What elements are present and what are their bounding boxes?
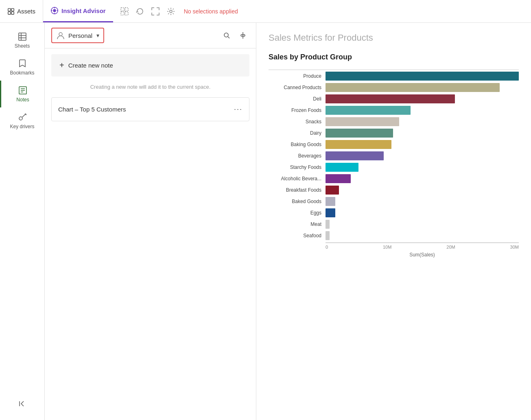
bar-fill-13 — [326, 220, 330, 229]
bar-fill-6 — [326, 140, 391, 149]
svg-rect-3 — [11, 11, 14, 14]
bar-label-9: Alcoholic Bevera... — [269, 176, 326, 182]
bar-row-4: Snacks — [269, 117, 519, 126]
bar-label-14: Seafood — [269, 233, 326, 238]
bar-track-6 — [326, 140, 519, 149]
expand-icon[interactable] — [150, 6, 161, 17]
sidebar: Sheets Bookmarks Notes Key — [0, 23, 45, 420]
bar-label-2: Deli — [269, 96, 326, 102]
pin-button[interactable] — [236, 29, 249, 42]
bar-track-13 — [326, 220, 519, 229]
bookmark-icon — [17, 59, 27, 68]
settings-icon[interactable] — [165, 6, 177, 17]
bar-label-3: Frozen Foods — [269, 107, 326, 113]
chart-subtitle: Sales by Product Group — [269, 53, 519, 61]
bar-track-2 — [326, 94, 519, 103]
bar-label-4: Snacks — [269, 119, 326, 125]
bar-label-5: Dairy — [269, 130, 326, 136]
x-axis-label: Sum(Sales) — [269, 252, 519, 258]
insight-icon — [50, 7, 59, 15]
assets-icon — [7, 8, 15, 15]
topbar-tools — [113, 6, 182, 17]
x-axis-ticks: 010M20M30M — [269, 245, 519, 249]
chart-main-title: Sales Metrics for Products — [269, 33, 519, 43]
search-button[interactable] — [220, 29, 233, 42]
bar-track-14 — [326, 231, 519, 240]
bar-row-5: Dairy — [269, 129, 519, 138]
chevron-down-icon: ▾ — [96, 32, 99, 39]
bar-fill-10 — [326, 186, 339, 195]
refresh-icon[interactable] — [134, 6, 146, 17]
sidebar-item-notes[interactable]: Notes — [0, 81, 44, 107]
bar-label-6: Baking Goods — [269, 142, 326, 147]
bar-track-11 — [326, 197, 519, 206]
svg-line-30 — [228, 37, 229, 38]
bar-track-4 — [326, 117, 519, 126]
insight-advisor-label: Insight Advisor — [61, 7, 106, 14]
note-card-menu-0[interactable]: ··· — [234, 105, 243, 114]
key-drivers-label: Key drivers — [10, 124, 34, 129]
personal-label: Personal — [68, 32, 92, 39]
bar-row-12: Eggs — [269, 208, 519, 217]
bar-fill-1 — [326, 83, 500, 92]
bar-fill-3 — [326, 106, 411, 115]
bar-row-2: Deli — [269, 94, 519, 103]
note-card-title-0: Chart – Top 5 Customers — [58, 106, 126, 113]
sidebar-item-sheets[interactable]: Sheets — [0, 27, 44, 54]
bar-label-0: Produce — [269, 73, 326, 79]
svg-rect-12 — [121, 12, 124, 15]
bar-fill-14 — [326, 231, 330, 240]
x-tick-1: 10M — [383, 245, 391, 249]
avatar-icon — [56, 31, 65, 40]
bar-track-12 — [326, 208, 519, 217]
notes-icon — [18, 85, 28, 95]
svg-rect-13 — [125, 12, 128, 15]
bar-fill-11 — [326, 197, 335, 206]
bar-row-11: Baked Goods — [269, 197, 519, 206]
svg-rect-15 — [19, 33, 26, 40]
svg-rect-2 — [8, 11, 11, 14]
panel-header: Personal ▾ — [45, 23, 256, 48]
bar-fill-9 — [326, 174, 351, 183]
bar-label-11: Baked Goods — [269, 199, 326, 204]
bar-label-1: Canned Products — [269, 85, 326, 90]
bar-track-10 — [326, 186, 519, 195]
bar-row-10: Breakfast Foods — [269, 186, 519, 195]
bar-track-8 — [326, 163, 519, 172]
bar-fill-2 — [326, 94, 455, 103]
svg-rect-0 — [8, 8, 11, 11]
assets-button[interactable]: Assets — [0, 0, 43, 22]
sheets-label: Sheets — [15, 43, 30, 49]
insight-advisor-tab[interactable]: Insight Advisor — [43, 0, 113, 22]
svg-point-23 — [19, 117, 22, 120]
bar-track-9 — [326, 174, 519, 183]
sidebar-item-bookmarks[interactable]: Bookmarks — [0, 54, 44, 81]
notes-label: Notes — [16, 97, 29, 103]
note-card-0[interactable]: Chart – Top 5 Customers ··· — [51, 97, 249, 121]
bar-label-13: Meat — [269, 221, 326, 227]
svg-rect-11 — [125, 8, 128, 11]
bar-fill-8 — [326, 163, 358, 172]
bar-row-0: Produce — [269, 72, 519, 81]
sidebar-item-key-drivers[interactable]: Key drivers — [0, 107, 44, 134]
svg-point-14 — [170, 10, 172, 13]
keydriver-icon — [17, 112, 27, 122]
collapse-sidebar-button[interactable] — [18, 394, 27, 416]
bar-label-8: Starchy Foods — [269, 164, 326, 170]
bar-row-14: Seafood — [269, 231, 519, 240]
main-content: Sheets Bookmarks Notes Key — [0, 23, 531, 420]
svg-point-28 — [59, 33, 62, 36]
no-selections-label: No selections applied — [184, 8, 238, 15]
create-note-button[interactable]: + Create new note — [51, 54, 249, 77]
bar-fill-4 — [326, 117, 399, 126]
bar-row-3: Frozen Foods — [269, 106, 519, 115]
assets-label: Assets — [17, 8, 35, 15]
bar-label-12: Eggs — [269, 210, 326, 216]
bar-chart: ProduceCanned ProductsDeliFrozen FoodsSn… — [269, 70, 519, 243]
svg-rect-1 — [11, 8, 14, 11]
bar-row-8: Starchy Foods — [269, 163, 519, 172]
svg-rect-10 — [121, 8, 124, 11]
bar-fill-7 — [326, 151, 384, 160]
zoom-icon[interactable] — [119, 6, 130, 17]
personal-dropdown-button[interactable]: Personal ▾ — [51, 28, 104, 43]
